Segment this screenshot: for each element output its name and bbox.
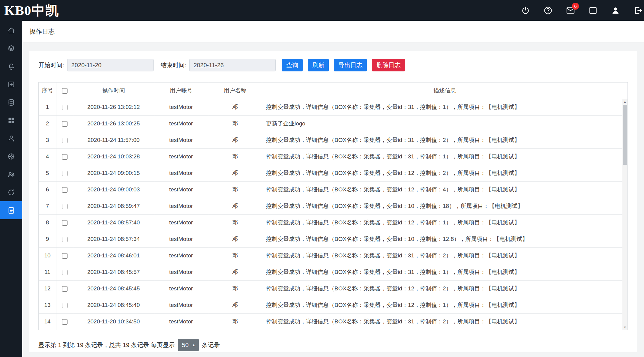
bell-icon — [7, 62, 15, 70]
topbar-actions: 6 — [521, 6, 644, 15]
table-scrollbar[interactable]: ▲ ▼ — [622, 99, 628, 330]
cell-name: 邓 — [208, 231, 262, 248]
query-button[interactable]: 查询 — [282, 59, 303, 71]
cell-account: testMotor — [154, 99, 208, 116]
cell-desc: 控制变量成功，详细信息（BOX名称：采集器，变量id：31，控制值：2），所属项… — [262, 314, 628, 330]
sidebar-item-operation-log[interactable] — [0, 201, 22, 219]
start-time-label: 开始时间: — [38, 61, 64, 69]
row-checkbox[interactable] — [62, 253, 67, 259]
window-icon[interactable] — [588, 6, 598, 15]
cell-account: testMotor — [154, 116, 208, 132]
row-checkbox[interactable] — [62, 286, 67, 292]
start-time-input[interactable] — [67, 59, 154, 71]
cell-name: 邓 — [208, 264, 262, 280]
sidebar-item-notifications[interactable] — [0, 57, 22, 75]
cell-select — [56, 314, 73, 330]
cell-account: testMotor — [154, 165, 208, 182]
topbar: KB0中凯 6 — [0, 0, 644, 21]
cell-select — [56, 297, 73, 314]
table-row: 1 2020-11-26 13:02:12 testMotor 邓 控制变量成功… — [39, 99, 628, 116]
row-checkbox[interactable] — [62, 138, 67, 143]
scroll-up-icon[interactable]: ▲ — [622, 99, 628, 104]
header-time: 操作时间 — [73, 82, 154, 99]
cell-name: 邓 — [208, 132, 262, 148]
cell-desc: 控制变量成功，详细信息（BOX名称：采集器，变量id：12，控制值：4），所属项… — [262, 182, 628, 198]
help-icon[interactable] — [543, 6, 553, 15]
row-checkbox[interactable] — [62, 204, 67, 209]
cell-desc: 控制变量成功，详细信息（BOX名称：采集器，变量id：12，控制值：1），所属项… — [262, 297, 628, 314]
sidebar-item-user-group[interactable] — [0, 165, 22, 183]
cell-desc: 控制变量成功，详细信息（BOX名称：采集器，变量id：10，控制值：18），所属… — [262, 198, 628, 214]
select-all-checkbox[interactable] — [62, 88, 67, 94]
cell-name: 邓 — [208, 116, 262, 132]
user-icon[interactable] — [611, 6, 620, 15]
add-box-icon — [7, 80, 15, 88]
user-icon — [7, 134, 15, 142]
row-checkbox[interactable] — [62, 303, 67, 308]
delete-log-button[interactable]: 删除日志 — [372, 59, 405, 71]
power-icon[interactable] — [521, 6, 530, 15]
cell-desc: 控制变量成功，详细信息（BOX名称：采集器，变量id：31，控制值：2），所属项… — [262, 248, 628, 264]
cell-no: 10 — [39, 248, 56, 264]
sidebar-item-user[interactable] — [0, 129, 22, 147]
cell-time: 2020-11-24 08:45:57 — [73, 264, 154, 280]
cell-no: 1 — [39, 99, 56, 116]
log-table: 序号 操作时间 用户账号 用户名称 描述信息 1 2020-11-26 13:0… — [38, 82, 628, 330]
row-checkbox[interactable] — [62, 187, 67, 193]
scroll-thumb[interactable] — [623, 105, 627, 165]
cell-time: 2020-11-26 13:00:25 — [73, 116, 154, 132]
cell-no: 12 — [39, 280, 56, 297]
header-desc: 描述信息 — [262, 82, 628, 99]
refresh-button[interactable]: 刷新 — [308, 59, 329, 71]
table-row: 8 2020-11-24 08:57:40 testMotor 邓 控制变量成功… — [39, 214, 628, 231]
row-checkbox[interactable] — [62, 237, 67, 242]
sidebar-item-layers[interactable] — [0, 39, 22, 57]
cell-desc: 控制变量成功，详细信息（BOX名称：采集器，变量id：12，控制值：1），所属项… — [262, 214, 628, 231]
end-time-input[interactable] — [189, 59, 276, 71]
sidebar-item-add-box[interactable] — [0, 75, 22, 93]
sidebar-item-home[interactable] — [0, 21, 22, 39]
cell-name: 邓 — [208, 214, 262, 231]
row-checkbox[interactable] — [62, 319, 67, 325]
mail-icon[interactable]: 6 — [566, 6, 575, 15]
export-log-button[interactable]: 导出日志 — [334, 59, 367, 71]
sidebar — [0, 21, 22, 357]
row-checkbox[interactable] — [62, 270, 67, 275]
cell-time: 2020-11-24 09:00:15 — [73, 165, 154, 182]
cell-time: 2020-11-24 11:57:00 — [73, 132, 154, 148]
log-table-body: 1 2020-11-26 13:02:12 testMotor 邓 控制变量成功… — [39, 99, 628, 330]
header-no: 序号 — [39, 82, 56, 99]
cell-no: 6 — [39, 182, 56, 198]
cell-select — [56, 116, 73, 132]
row-checkbox[interactable] — [62, 171, 67, 176]
page-size-select[interactable]: 50 ▲ — [178, 339, 199, 351]
sidebar-item-data-stack[interactable] — [0, 93, 22, 111]
cell-desc: 控制变量成功，详细信息（BOX名称：采集器，变量id：31，控制值：2），所属项… — [262, 132, 628, 148]
cell-time: 2020-11-24 08:59:47 — [73, 198, 154, 214]
database-icon — [7, 98, 15, 106]
home-icon — [7, 26, 15, 34]
row-checkbox[interactable] — [62, 121, 67, 127]
main-area: 操作日志 开始时间: 结束时间: 查询 刷新 导出日志 删除日志 — [22, 21, 644, 357]
cell-name: 邓 — [208, 314, 262, 330]
logout-icon[interactable] — [633, 6, 643, 15]
cell-no: 8 — [39, 214, 56, 231]
table-row: 9 2020-11-24 08:57:34 testMotor 邓 控制变量成功… — [39, 231, 628, 248]
record-summary-suffix: 条记录 — [202, 341, 220, 349]
sidebar-item-sync[interactable] — [0, 183, 22, 201]
table-row: 10 2020-11-24 08:46:01 testMotor 邓 控制变量成… — [39, 248, 628, 264]
sidebar-item-dashboard-grid[interactable] — [0, 111, 22, 129]
row-checkbox[interactable] — [62, 154, 67, 160]
table-row: 11 2020-11-24 08:45:57 testMotor 邓 控制变量成… — [39, 264, 628, 280]
cell-account: testMotor — [154, 297, 208, 314]
cell-select — [56, 165, 73, 182]
row-checkbox[interactable] — [62, 220, 67, 226]
row-checkbox[interactable] — [62, 105, 67, 110]
sidebar-item-control-wheel[interactable] — [0, 147, 22, 165]
scroll-down-icon[interactable]: ▼ — [622, 325, 628, 330]
cell-no: 3 — [39, 132, 56, 148]
cell-select — [56, 280, 73, 297]
cell-name: 邓 — [208, 182, 262, 198]
content-area: 开始时间: 结束时间: 查询 刷新 导出日志 删除日志 — [22, 42, 644, 352]
table-row: 3 2020-11-24 11:57:00 testMotor 邓 控制变量成功… — [39, 132, 628, 148]
